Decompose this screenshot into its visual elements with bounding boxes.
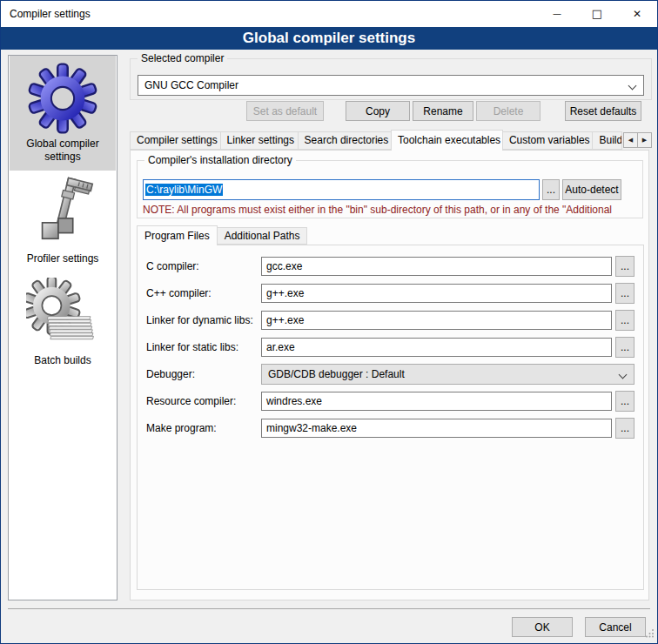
linker-static-label: Linker for static libs: bbox=[146, 341, 261, 353]
tab-search-directories[interactable]: Search directories bbox=[298, 131, 392, 150]
make-program-label: Make program: bbox=[146, 422, 261, 434]
gray-gear-stack-icon bbox=[24, 278, 101, 352]
field-row: Resource compiler: windres.exe ... bbox=[146, 391, 634, 412]
field-row: Debugger: GDB/CDB debugger : Default bbox=[146, 364, 634, 385]
linker-dynamic-value: g++.exe bbox=[266, 314, 304, 326]
toolchain-executables-panel: Compiler's installation directory C:\ray… bbox=[130, 150, 649, 600]
install-dir-browse-button[interactable]: ... bbox=[542, 179, 560, 200]
compiler-settings-dialog: Compiler settings — □ ✕ Global compiler … bbox=[0, 0, 658, 644]
selected-compiler-group: Selected compiler GNU GCC Compiler bbox=[130, 58, 652, 100]
chevron-down-icon bbox=[619, 371, 628, 379]
auto-detect-button[interactable]: Auto-detect bbox=[562, 179, 621, 200]
blue-gear-icon bbox=[24, 61, 101, 136]
window-controls: — □ ✕ bbox=[537, 1, 657, 26]
window-title: Compiler settings bbox=[10, 1, 91, 27]
make-program-input[interactable]: mingw32-make.exe bbox=[261, 419, 612, 438]
c-compiler-value: gcc.exe bbox=[266, 260, 302, 272]
linker-dynamic-input[interactable]: g++.exe bbox=[261, 311, 612, 330]
installation-directory-row: C:\raylib\MinGW ... Auto-detect bbox=[143, 179, 621, 200]
arrow-right-icon: ▶ bbox=[642, 137, 647, 144]
sidebar-item-batch-builds[interactable]: Batch builds bbox=[10, 272, 116, 374]
footer-divider bbox=[8, 608, 650, 609]
tab-scroll-right-button[interactable]: ▶ bbox=[637, 132, 652, 148]
tab-compiler-settings[interactable]: Compiler settings bbox=[130, 131, 221, 150]
field-row: C compiler: gcc.exe ... bbox=[146, 256, 634, 277]
tab-toolchain-executables[interactable]: Toolchain executables bbox=[391, 130, 503, 151]
make-program-browse-button[interactable]: ... bbox=[615, 418, 634, 439]
installation-directory-group-label: Compiler's installation directory bbox=[144, 154, 296, 167]
ok-button[interactable]: OK bbox=[512, 617, 573, 637]
debugger-label: Debugger: bbox=[146, 368, 261, 380]
install-dir-input[interactable]: C:\raylib\MinGW bbox=[143, 179, 540, 200]
selected-compiler-group-label: Selected compiler bbox=[138, 52, 227, 65]
c-compiler-label: C compiler: bbox=[146, 260, 261, 272]
resource-compiler-label: Resource compiler: bbox=[146, 395, 261, 407]
set-as-default-button[interactable]: Set as default bbox=[246, 101, 324, 121]
titlebar: Compiler settings — □ ✕ bbox=[1, 1, 657, 27]
delete-button[interactable]: Delete bbox=[476, 101, 540, 121]
sidebar-item-label: Global compiler settings bbox=[11, 138, 114, 164]
program-files-tabbar: Program Files Additional Paths bbox=[137, 225, 306, 245]
maximize-button[interactable]: □ bbox=[577, 1, 617, 26]
tab-scroll-left-button[interactable]: ◀ bbox=[623, 132, 638, 148]
linker-static-browse-button[interactable]: ... bbox=[615, 337, 634, 358]
linker-static-input[interactable]: ar.exe bbox=[261, 338, 612, 357]
tab-build-options[interactable]: Build bbox=[592, 131, 622, 150]
sidebar-item-profiler-settings[interactable]: Profiler settings bbox=[10, 171, 116, 272]
cancel-button[interactable]: Cancel bbox=[585, 617, 646, 637]
resource-compiler-input[interactable]: windres.exe bbox=[261, 392, 612, 411]
tab-scroll-buttons: ◀ ▶ bbox=[624, 132, 652, 148]
field-row: Make program: mingw32-make.exe ... bbox=[146, 418, 634, 439]
caliper-icon bbox=[24, 176, 101, 251]
settings-tabbar: Compiler settings Linker settings Search… bbox=[130, 130, 652, 150]
page-title: Global compiler settings bbox=[1, 27, 657, 50]
arrow-left-icon: ◀ bbox=[628, 137, 633, 144]
sidebar-item-global-compiler-settings[interactable]: Global compiler settings bbox=[10, 56, 116, 171]
compiler-select-value: GNU GCC Compiler bbox=[144, 79, 238, 91]
installation-directory-group: Compiler's installation directory C:\ray… bbox=[137, 160, 643, 218]
sidebar-item-label: Batch builds bbox=[34, 354, 91, 367]
make-program-value: mingw32-make.exe bbox=[266, 422, 357, 434]
close-button[interactable]: ✕ bbox=[617, 1, 657, 26]
settings-category-list: Global compiler settings bbox=[8, 55, 118, 600]
cpp-compiler-input[interactable]: g++.exe bbox=[261, 284, 612, 303]
c-compiler-input[interactable]: gcc.exe bbox=[261, 257, 612, 276]
resize-grip-icon[interactable] bbox=[645, 628, 655, 641]
debugger-value: GDB/CDB debugger : Default bbox=[268, 368, 405, 380]
compiler-actions: Set as default Copy Rename Delete Reset … bbox=[130, 101, 652, 121]
chevron-down-icon bbox=[628, 82, 637, 91]
copy-button[interactable]: Copy bbox=[346, 101, 410, 121]
cpp-compiler-label: C++ compiler: bbox=[146, 287, 261, 299]
linker-dynamic-label: Linker for dynamic libs: bbox=[146, 314, 261, 326]
rename-button[interactable]: Rename bbox=[413, 101, 473, 121]
cpp-compiler-browse-button[interactable]: ... bbox=[615, 283, 634, 304]
debugger-select[interactable]: GDB/CDB debugger : Default bbox=[261, 364, 634, 385]
maximize-icon: □ bbox=[592, 7, 602, 20]
minimize-button[interactable]: — bbox=[537, 1, 577, 26]
field-row: Linker for dynamic libs: g++.exe ... bbox=[146, 310, 634, 331]
install-dir-note: NOTE: All programs must exist either in … bbox=[143, 204, 641, 217]
resource-compiler-browse-button[interactable]: ... bbox=[615, 391, 634, 412]
compiler-select[interactable]: GNU GCC Compiler bbox=[138, 75, 644, 96]
linker-dynamic-browse-button[interactable]: ... bbox=[615, 310, 634, 331]
tab-program-files[interactable]: Program Files bbox=[137, 225, 218, 245]
install-dir-selected-text: C:\raylib\MinGW bbox=[145, 184, 223, 196]
program-files-panel: C compiler: gcc.exe ... C++ compiler: g+… bbox=[137, 245, 644, 590]
field-row: Linker for static libs: ar.exe ... bbox=[146, 337, 634, 358]
field-row: C++ compiler: g++.exe ... bbox=[146, 283, 634, 304]
cpp-compiler-value: g++.exe bbox=[266, 287, 304, 299]
tab-additional-paths[interactable]: Additional Paths bbox=[217, 227, 308, 245]
tab-linker-settings[interactable]: Linker settings bbox=[220, 131, 299, 150]
resource-compiler-value: windres.exe bbox=[266, 395, 322, 407]
tab-custom-variables[interactable]: Custom variables bbox=[502, 131, 594, 150]
sidebar-item-label: Profiler settings bbox=[27, 252, 99, 265]
minimize-icon: — bbox=[553, 9, 561, 18]
reset-defaults-button[interactable]: Reset defaults bbox=[565, 101, 641, 121]
close-icon: ✕ bbox=[633, 8, 641, 20]
linker-static-value: ar.exe bbox=[266, 341, 295, 353]
c-compiler-browse-button[interactable]: ... bbox=[615, 256, 634, 277]
